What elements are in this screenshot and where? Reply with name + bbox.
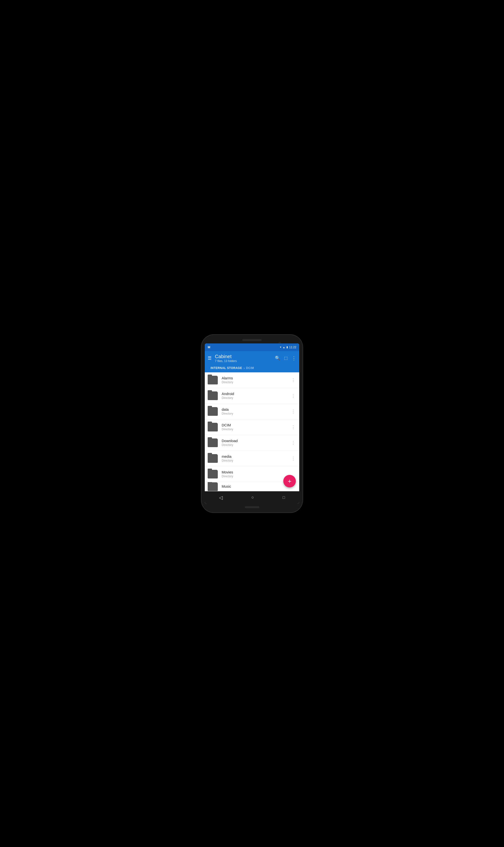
app-title-group: Cabinet 7 files, 13 folders [215,353,237,363]
app-bar: ☰ Cabinet 7 files, 13 folders 🔍 ⬚ ⋮ INTE… [205,351,299,373]
breadcrumb-current[interactable]: DCIM [246,366,254,370]
file-info: Alarms Directory [222,376,290,384]
folder-icon [208,407,218,416]
file-info: media Directory [222,454,290,462]
phone-frame: M ▾ ▲ ▮ 11:22 ☰ Cabinet 7 files, 13 fold… [201,335,303,513]
file-name: Android [222,392,290,396]
item-more-icon[interactable]: ⋮ [290,439,296,446]
list-item[interactable]: Alarms Directory ⋮ [205,373,299,388]
file-type: Directory [222,459,290,462]
list-item[interactable]: media Directory ⋮ [205,451,299,466]
item-more-icon[interactable]: ⋮ [290,455,296,462]
status-bar: M ▾ ▲ ▮ 11:22 [205,343,299,351]
file-type: Directory [222,412,290,415]
list-item[interactable]: data Directory ⋮ [205,404,299,419]
file-info: Download Directory [222,439,290,447]
file-type: Directory [222,474,290,478]
file-type: Directory [222,381,290,384]
app-bar-left: ☰ Cabinet 7 files, 13 folders [208,353,237,363]
recents-icon[interactable]: □ [283,495,285,500]
folder-icon [208,423,218,431]
status-time: 11:22 [289,346,296,349]
battery-icon: ▮ [286,346,288,349]
breadcrumb: INTERNAL STORAGE › DCIM [208,364,296,373]
file-name: media [222,454,290,459]
file-name: Movies [222,470,290,474]
breadcrumb-root[interactable]: INTERNAL STORAGE [211,366,242,370]
folder-icon [208,376,218,384]
folder-icon [208,392,218,400]
phone-home-button [245,506,259,508]
file-name: Alarms [222,376,290,380]
search-icon[interactable]: 🔍 [275,356,280,361]
file-name: DCIM [222,423,290,427]
fab-plus-icon: + [288,478,291,484]
item-more-icon[interactable]: ⋮ [290,377,296,384]
file-info: Android Directory [222,392,290,400]
file-info: DCIM Directory [222,423,290,431]
notification-icon: M [208,345,210,349]
fab-add-button[interactable]: + [283,475,296,487]
app-bar-row: ☰ Cabinet 7 files, 13 folders 🔍 ⬚ ⋮ [208,353,296,363]
home-icon[interactable]: ○ [251,495,254,500]
item-more-icon[interactable]: ⋮ [290,392,296,399]
file-name: Download [222,439,290,443]
list-item[interactable]: DCIM Directory ⋮ [205,419,299,435]
file-info: Movies Directory [222,470,290,478]
back-icon[interactable]: ◁ [219,495,222,500]
phone-screen: M ▾ ▲ ▮ 11:22 ☰ Cabinet 7 files, 13 fold… [205,343,299,504]
item-more-icon[interactable]: ⋮ [290,424,296,431]
item-more-icon[interactable]: ⋮ [290,408,296,415]
app-subtitle: 7 files, 13 folders [215,359,237,363]
phone-speaker [242,339,262,341]
file-type: Directory [222,428,290,431]
file-list: Alarms Directory ⋮ Android Directory ⋮ [205,373,299,491]
overflow-menu-icon[interactable]: ⋮ [291,355,296,361]
file-info: data Directory [222,407,290,415]
list-item[interactable]: Android Directory ⋮ [205,388,299,404]
breadcrumb-separator: › [244,366,245,370]
file-type: Directory [222,443,290,447]
file-name: data [222,407,290,412]
file-type: Directory [222,396,290,400]
status-bar-left: M [208,345,210,349]
status-bar-right: ▾ ▲ ▮ 11:22 [280,346,296,349]
hamburger-menu-icon[interactable]: ☰ [208,356,212,361]
list-item[interactable]: Download Directory ⋮ [205,435,299,451]
signal-icon: ▲ [283,346,285,349]
app-title: Cabinet [215,353,237,359]
nav-bar: ◁ ○ □ [205,491,299,504]
file-list-container: Alarms Directory ⋮ Android Directory ⋮ [205,373,299,491]
wifi-icon: ▾ [280,346,282,349]
folder-icon [208,482,218,491]
folder-icon [208,454,218,463]
folder-icon [208,438,218,447]
folder-icon [208,470,218,479]
app-bar-actions: 🔍 ⬚ ⋮ [275,355,296,361]
sort-icon[interactable]: ⬚ [284,356,288,360]
